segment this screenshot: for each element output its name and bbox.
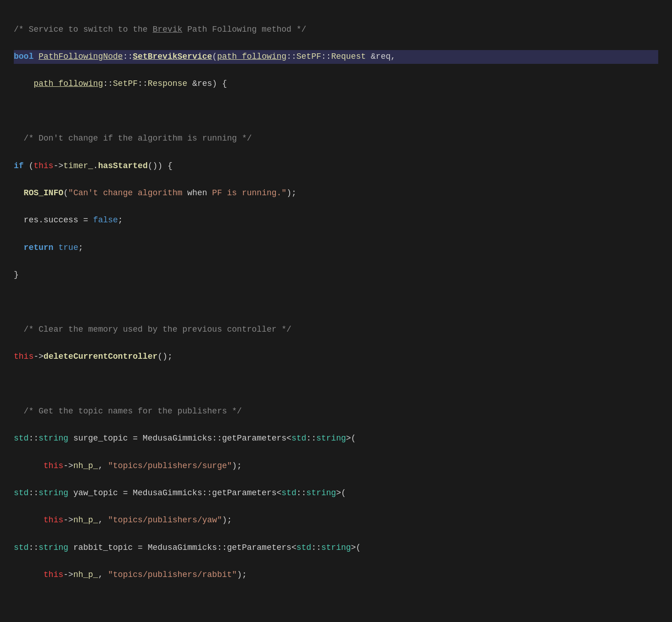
line-4: [14, 105, 658, 119]
line-15: /* Get the topic names for the publisher…: [14, 405, 658, 418]
code-editor: /* Service to switch to the Brevik Path …: [0, 0, 672, 622]
line-9: return true;: [14, 241, 658, 255]
line-18: std::string yaw_topic = MedusaGimmicks::…: [14, 486, 658, 500]
line-21: this->nh_p_, "topics/publishers/rabbit")…: [14, 568, 658, 582]
line-3: path_following::SetPF::Response &res) {: [14, 77, 658, 91]
line-2: bool PathFollowingNode::SetBrevikService…: [14, 50, 658, 64]
line-11: [14, 295, 658, 309]
line-7: ROS_INFO("Can't change algorithm when PF…: [14, 187, 658, 200]
line-22: [14, 596, 658, 610]
line-1: /* Service to switch to the Brevik Path …: [14, 23, 658, 37]
line-14: [14, 378, 658, 391]
line-19: this->nh_p_, "topics/publishers/yaw");: [14, 514, 658, 527]
code-content: /* Service to switch to the Brevik Path …: [14, 9, 658, 622]
line-6: if (this->timer_.hasStarted()) {: [14, 159, 658, 173]
line-17: this->nh_p_, "topics/publishers/surge");: [14, 459, 658, 473]
line-5: /* Don't change if the algorithm is runn…: [14, 132, 658, 146]
line-10: }: [14, 268, 658, 282]
line-12: /* Clear the memory used by the previous…: [14, 323, 658, 337]
line-16: std::string surge_topic = MedusaGimmicks…: [14, 432, 658, 446]
line-20: std::string rabbit_topic = MedusaGimmick…: [14, 541, 658, 555]
line-8: res.success = false;: [14, 214, 658, 227]
line-13: this->deleteCurrentController();: [14, 350, 658, 364]
